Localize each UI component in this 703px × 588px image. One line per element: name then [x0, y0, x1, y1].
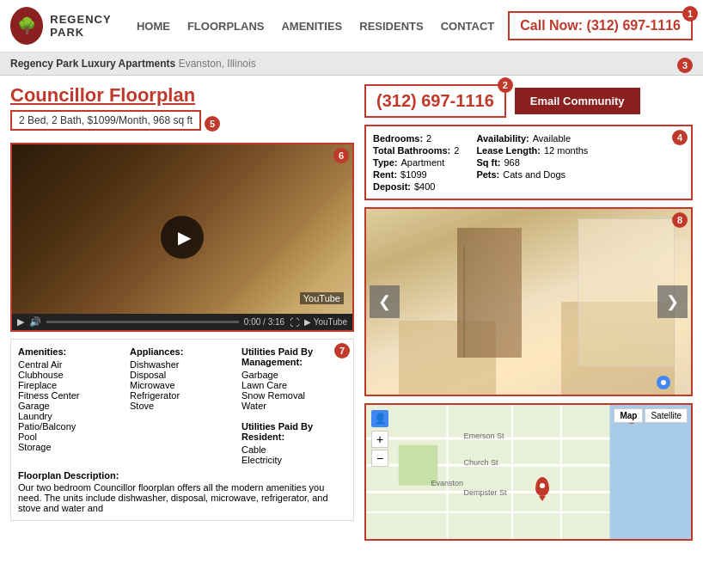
header: 🌳 REGENCY PARK HOME FLOORPLANS AMENITIES… — [0, 0, 703, 52]
map-pin — [535, 477, 549, 501]
type-row: Type: Apartment — [373, 157, 459, 168]
map-pin-icon — [657, 376, 670, 389]
amenities-header: Amenities: — [18, 346, 123, 357]
map-tabs: Map Satellite — [614, 408, 688, 423]
map-zoom-out-button[interactable]: − — [371, 450, 388, 467]
badge-8: 8 — [672, 212, 688, 228]
utility-item: Snow Removal — [241, 390, 346, 401]
amenity-item: Laundry — [18, 411, 123, 421]
pets-label: Pets: — [476, 169, 499, 180]
deposit-label: Deposit: — [373, 181, 411, 192]
amenity-item: Fitness Center — [18, 390, 123, 401]
map-person-icon[interactable]: 👤 — [371, 410, 388, 427]
sqft-label: Sq ft: — [476, 157, 500, 168]
nav-floorplans[interactable]: FLOORPLANS — [187, 20, 265, 33]
fp-desc-header: Floorplan Description: — [18, 470, 346, 481]
utility-item: Water — [241, 401, 346, 411]
breadcrumb: Regency Park Luxury Apartments Evanston,… — [0, 52, 703, 76]
availability-value: Available — [533, 133, 571, 144]
bathrooms-value: 2 — [454, 145, 459, 156]
logo-icon: 🌳 — [10, 7, 43, 45]
right-column: (312) 697-1116 2 Email Community 4 Bedro… — [364, 84, 693, 541]
appliance-item: Disposal — [130, 370, 235, 380]
amenities-section: 7 Amenities: Central Air Clubhouse Firep… — [10, 339, 354, 521]
email-community-button[interactable]: Email Community — [515, 88, 640, 114]
play-pause-button[interactable]: ▶ — [17, 316, 24, 328]
phone-container: (312) 697-1116 2 — [364, 84, 506, 118]
photo-gallery: 8 — [364, 207, 693, 396]
left-column: Councillor Floorplan 2 Bed, 2 Bath, $109… — [10, 84, 354, 541]
sqft-row: Sq ft: 968 — [476, 157, 588, 168]
pets-row: Pets: Cats and Dogs — [476, 169, 588, 180]
appliance-item: Stove — [130, 401, 235, 411]
appliance-item: Dishwasher — [130, 359, 235, 370]
badge-3: 3 — [677, 58, 693, 73]
badge-2: 2 — [498, 77, 513, 93]
youtube-logo: YouTube — [300, 292, 344, 304]
appliances-col: Appliances: Dishwasher Disposal Microwav… — [130, 346, 235, 465]
gallery-next-button[interactable]: ❯ — [657, 285, 688, 318]
rent-label: Rent: — [373, 169, 397, 180]
video-controls: ▶ 🔊 0:00 / 3:16 ⛶ ▶ YouTube — [12, 314, 352, 330]
bathrooms-label: Total Bathrooms: — [373, 145, 450, 156]
gallery-inner — [366, 209, 691, 395]
map-background: Emerson St Church St Evanston Dempster S… — [366, 405, 691, 539]
call-now-label: Call Now: (312) 697-1116 — [520, 18, 681, 33]
map-zoom-controls: + − — [371, 431, 388, 467]
amenity-item: Storage — [18, 442, 123, 452]
utility-item: Lawn Care — [241, 380, 346, 390]
map-label-evanston: Evanston — [431, 479, 464, 487]
floorplan-description: Floorplan Description: Our two bedroom C… — [18, 470, 346, 513]
availability-row: Availability: Available — [476, 133, 588, 144]
fullscreen-button[interactable]: ⛶ — [290, 317, 299, 328]
gallery-prev-button[interactable]: ❮ — [370, 285, 400, 318]
appliance-item: Microwave — [130, 380, 235, 390]
map-tab-map[interactable]: Map — [614, 408, 643, 423]
amenity-item: Clubhouse — [18, 370, 123, 380]
logo-text: REGENCY PARK — [50, 13, 137, 39]
lease-row: Lease Length: 12 months — [476, 145, 588, 156]
time-display: 0:00 / 3:16 — [244, 317, 284, 327]
nav-home[interactable]: HOME — [137, 20, 170, 33]
location: Evanston, Illinois — [179, 58, 256, 70]
pets-value: Cats and Dogs — [503, 169, 565, 180]
lease-value: 12 months — [544, 145, 588, 156]
nav: HOME FLOORPLANS AMENITIES RESIDENTS CONT… — [137, 20, 494, 33]
details-left: Bedrooms: 2 Total Bathrooms: 2 Type: Apa… — [373, 133, 459, 192]
bathrooms-row: Total Bathrooms: 2 — [373, 145, 459, 156]
volume-button[interactable]: 🔊 — [29, 316, 41, 328]
details-right: Availability: Available Lease Length: 12… — [476, 133, 588, 192]
utilities-res-header: Utilities Paid By Resident: — [241, 421, 346, 442]
yt-icon-ctrl: ▶ YouTube — [304, 317, 347, 327]
badge-1: 1 — [682, 6, 698, 21]
map-zoom-in-button[interactable]: + — [371, 431, 388, 448]
map-streets-svg — [366, 405, 691, 539]
badge-5: 5 — [205, 116, 220, 132]
phone-number[interactable]: (312) 697-1116 — [364, 84, 506, 118]
nav-amenities[interactable]: AMENITIES — [281, 20, 342, 33]
bedrooms-label: Bedrooms: — [373, 133, 423, 144]
nav-residents[interactable]: RESIDENTS — [359, 20, 423, 33]
appliances-header: Appliances: — [130, 346, 235, 357]
lease-label: Lease Length: — [476, 145, 541, 156]
map-section: 9 — [364, 403, 693, 541]
call-now-box[interactable]: Call Now: (312) 697-1116 1 — [508, 11, 693, 40]
gallery-image — [366, 209, 691, 395]
utilities-col: Utilities Paid By Management: Garbage La… — [241, 346, 346, 465]
deposit-value: $400 — [414, 181, 435, 192]
details-box: 4 Bedrooms: 2 Total Bathrooms: 2 Type: A… — [364, 125, 693, 200]
play-button[interactable] — [161, 216, 204, 259]
map-tab-satellite[interactable]: Satellite — [645, 408, 688, 423]
utility-item: Electricity — [241, 455, 346, 465]
property-name: Regency Park Luxury Apartments — [10, 58, 175, 70]
type-value: Apartment — [401, 157, 445, 168]
nav-contact[interactable]: CONTACT — [441, 20, 495, 33]
badge-6: 6 — [333, 148, 349, 163]
utility-item: Cable — [241, 444, 346, 455]
sqft-value: 968 — [504, 157, 519, 168]
amenities-col: Amenities: Central Air Clubhouse Firepla… — [18, 346, 123, 465]
progress-bar[interactable] — [46, 321, 239, 323]
type-label: Type: — [373, 157, 398, 168]
rent-row: Rent: $1099 — [373, 169, 459, 180]
amenity-item: Central Air — [18, 359, 123, 370]
